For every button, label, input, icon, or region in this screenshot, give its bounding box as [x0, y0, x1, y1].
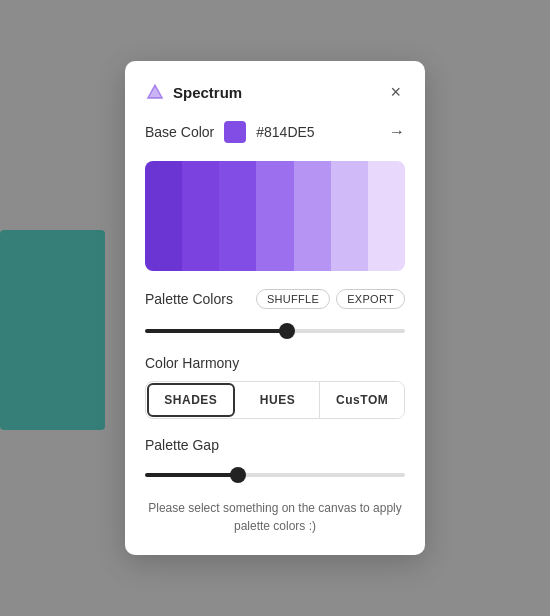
- close-button[interactable]: ×: [386, 81, 405, 103]
- palette-color-2[interactable]: [182, 161, 219, 271]
- color-harmony-label: Color Harmony: [145, 355, 239, 371]
- palette-strip: [145, 161, 405, 271]
- base-color-row: Base Color #814DE5 →: [145, 121, 405, 143]
- palette-colors-slider[interactable]: [145, 329, 405, 333]
- palette-gap-slider[interactable]: [145, 473, 405, 477]
- color-hex-value: #814DE5: [256, 124, 314, 140]
- palette-colors-label: Palette Colors: [145, 291, 233, 307]
- palette-color-4[interactable]: [256, 161, 293, 271]
- dialog-title: Spectrum: [173, 84, 242, 101]
- palette-gap-label: Palette Gap: [145, 437, 219, 453]
- shuffle-button[interactable]: SHUFFLE: [256, 289, 330, 309]
- spectrum-logo-icon: [145, 82, 165, 102]
- footer-text: Please select something on the canvas to…: [145, 499, 405, 535]
- arrow-button[interactable]: →: [389, 123, 405, 141]
- color-swatch[interactable]: [224, 121, 246, 143]
- palette-colors-slider-container: [145, 319, 405, 337]
- color-harmony-header: Color Harmony: [145, 355, 405, 371]
- palette-color-5[interactable]: [294, 161, 331, 271]
- color-harmony-section: Color Harmony SHADES HUES CusTOM: [145, 355, 405, 419]
- palette-color-6[interactable]: [331, 161, 368, 271]
- harmony-shades-button[interactable]: SHADES: [147, 383, 235, 417]
- harmony-custom-button[interactable]: CusTOM: [320, 382, 404, 418]
- palette-gap-slider-container: [145, 463, 405, 481]
- spectrum-dialog: Spectrum × Base Color #814DE5 → Palette …: [125, 61, 425, 555]
- palette-color-3[interactable]: [219, 161, 256, 271]
- palette-color-1[interactable]: [145, 161, 182, 271]
- dialog-overlay: Spectrum × Base Color #814DE5 → Palette …: [0, 0, 550, 616]
- palette-colors-header: Palette Colors SHUFFLE EXPORT: [145, 289, 405, 309]
- palette-actions: SHUFFLE EXPORT: [256, 289, 405, 309]
- palette-color-7[interactable]: [368, 161, 405, 271]
- export-button[interactable]: EXPORT: [336, 289, 405, 309]
- harmony-hues-button[interactable]: HUES: [236, 382, 321, 418]
- palette-gap-section: Palette Gap: [145, 437, 405, 481]
- base-color-label: Base Color: [145, 124, 214, 140]
- title-group: Spectrum: [145, 82, 242, 102]
- palette-gap-header: Palette Gap: [145, 437, 405, 453]
- dialog-header: Spectrum ×: [145, 81, 405, 103]
- harmony-buttons-group: SHADES HUES CusTOM: [145, 381, 405, 419]
